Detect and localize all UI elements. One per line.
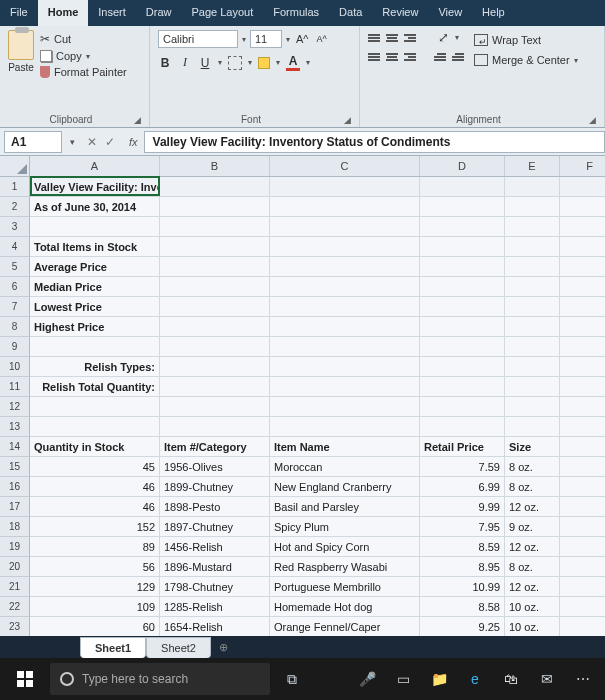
cell[interactable] [560, 377, 605, 397]
taskbar-more-icon[interactable]: ⋯ [569, 665, 597, 693]
cell[interactable] [560, 477, 605, 497]
cell[interactable] [505, 337, 560, 357]
cell[interactable] [560, 437, 605, 457]
cell[interactable]: Median Price [30, 277, 160, 297]
cell[interactable] [270, 377, 420, 397]
cell[interactable] [560, 197, 605, 217]
tab-formulas[interactable]: Formulas [263, 0, 329, 26]
cell[interactable] [560, 577, 605, 597]
decrease-font-icon[interactable]: A^ [315, 34, 329, 44]
cell[interactable] [160, 377, 270, 397]
chevron-down-icon[interactable]: ▾ [276, 58, 280, 67]
chevron-down-icon[interactable]: ▾ [248, 58, 252, 67]
row-header[interactable]: 2 [0, 197, 30, 217]
orientation-icon[interactable]: ⤢ [438, 30, 449, 45]
enter-formula-icon[interactable]: ✓ [105, 135, 115, 149]
cell[interactable] [420, 397, 505, 417]
name-box-dropdown[interactable]: ▾ [66, 137, 79, 147]
tab-insert[interactable]: Insert [88, 0, 136, 26]
row-header[interactable]: 10 [0, 357, 30, 377]
cell[interactable]: Highest Price [30, 317, 160, 337]
cell[interactable]: 60 [30, 617, 160, 636]
start-button[interactable] [8, 662, 42, 696]
edge-icon[interactable]: e [461, 665, 489, 693]
chevron-down-icon[interactable]: ▾ [286, 35, 290, 44]
cell[interactable]: 1798-Chutney [160, 577, 270, 597]
row-header[interactable]: 1 [0, 177, 30, 197]
col-header-e[interactable]: E [505, 156, 560, 176]
cell[interactable]: 46 [30, 477, 160, 497]
file-explorer-icon[interactable]: 📁 [425, 665, 453, 693]
task-view-icon[interactable]: ⧉ [278, 665, 306, 693]
cell[interactable] [160, 277, 270, 297]
cell[interactable] [270, 277, 420, 297]
alignment-dialog-launcher[interactable]: ◢ [589, 115, 596, 125]
row-header[interactable]: 13 [0, 417, 30, 437]
cell[interactable]: Lowest Price [30, 297, 160, 317]
cell[interactable]: Relish Total Quantity: [30, 377, 160, 397]
cell[interactable]: Item Name [270, 437, 420, 457]
cell[interactable] [560, 557, 605, 577]
bold-button[interactable]: B [158, 56, 172, 70]
cell[interactable]: Homemade Hot dog [270, 597, 420, 617]
cell[interactable] [505, 397, 560, 417]
cell[interactable]: 8 oz. [505, 477, 560, 497]
cell[interactable] [420, 417, 505, 437]
format-painter-button[interactable]: Format Painter [40, 66, 127, 78]
paste-icon[interactable] [8, 30, 34, 60]
cell[interactable] [560, 337, 605, 357]
cell[interactable] [560, 397, 605, 417]
row-header[interactable]: 3 [0, 217, 30, 237]
chevron-down-icon[interactable]: ▾ [306, 58, 310, 67]
cell[interactable]: Moroccan [270, 457, 420, 477]
cell[interactable] [505, 317, 560, 337]
cell[interactable] [420, 297, 505, 317]
copy-button[interactable]: Copy▾ [40, 50, 127, 62]
cell[interactable]: 12 oz. [505, 537, 560, 557]
cell[interactable]: 1899-Chutney [160, 477, 270, 497]
row-header[interactable]: 7 [0, 297, 30, 317]
cell[interactable] [505, 257, 560, 277]
cell[interactable]: 152 [30, 517, 160, 537]
cell[interactable]: Item #/Category [160, 437, 270, 457]
cell[interactable]: 8.95 [420, 557, 505, 577]
cell[interactable]: 109 [30, 597, 160, 617]
row-header[interactable]: 17 [0, 497, 30, 517]
col-header-f[interactable]: F [560, 156, 605, 176]
row-header[interactable]: 4 [0, 237, 30, 257]
cell[interactable]: Relish Types: [30, 357, 160, 377]
cell[interactable]: Retail Price [420, 437, 505, 457]
cell[interactable] [420, 317, 505, 337]
cell[interactable]: 10.99 [420, 577, 505, 597]
tab-review[interactable]: Review [372, 0, 428, 26]
tab-file[interactable]: File [0, 0, 38, 26]
cell[interactable] [420, 257, 505, 277]
cell[interactable]: Spicy Plum [270, 517, 420, 537]
cell[interactable] [505, 237, 560, 257]
cell[interactable] [560, 217, 605, 237]
cell[interactable] [420, 197, 505, 217]
cell[interactable]: 1956-Olives [160, 457, 270, 477]
cell[interactable] [560, 537, 605, 557]
cell[interactable] [160, 337, 270, 357]
tab-view[interactable]: View [428, 0, 472, 26]
row-header[interactable]: 16 [0, 477, 30, 497]
clipboard-dialog-launcher[interactable]: ◢ [134, 115, 141, 125]
font-color-icon[interactable]: A [286, 54, 300, 71]
cell[interactable] [560, 357, 605, 377]
col-header-a[interactable]: A [30, 156, 160, 176]
select-all-corner[interactable] [0, 156, 30, 176]
cell[interactable] [505, 217, 560, 237]
cell[interactable]: 10 oz. [505, 597, 560, 617]
cell[interactable] [560, 617, 605, 636]
cell[interactable] [270, 217, 420, 237]
tab-home[interactable]: Home [38, 0, 89, 26]
increase-indent-icon[interactable] [452, 53, 464, 61]
row-header[interactable]: 5 [0, 257, 30, 277]
cell[interactable] [505, 277, 560, 297]
mail-icon[interactable]: ✉ [533, 665, 561, 693]
cell[interactable] [270, 177, 420, 197]
cell[interactable]: 8 oz. [505, 557, 560, 577]
cell[interactable] [160, 257, 270, 277]
chevron-down-icon[interactable]: ▾ [455, 33, 459, 42]
